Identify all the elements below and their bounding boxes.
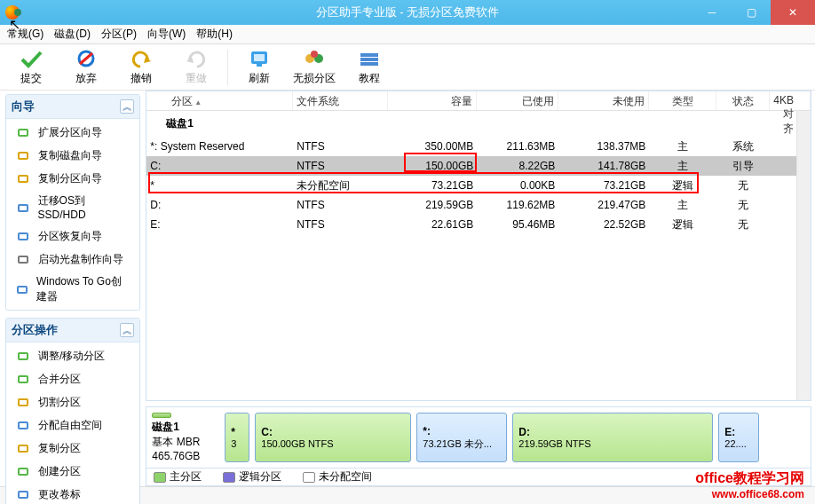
wizard-icon bbox=[15, 281, 29, 297]
redo-label: 重做 bbox=[186, 71, 207, 86]
lossless-button[interactable]: 无损分区 bbox=[287, 48, 342, 86]
diskmap-part-label: *: bbox=[423, 425, 501, 437]
wizard-item-label: 复制分区向导 bbox=[38, 171, 102, 186]
cell-fs: NTFS bbox=[293, 199, 388, 211]
cell-type: 逻辑 bbox=[649, 178, 716, 193]
menu-disk[interactable]: 磁盘(D) bbox=[54, 27, 91, 42]
diskmap-partition[interactable]: *3 bbox=[225, 413, 249, 462]
ops-item[interactable]: 分配自由空间 bbox=[6, 413, 139, 437]
table-row[interactable]: C: NTFS 150.00GB 8.22GB 141.78GB 主 引导 bbox=[146, 156, 811, 176]
diskmap-part-sub: 3 bbox=[231, 438, 243, 449]
col-type[interactable]: 类型 bbox=[649, 91, 716, 110]
svg-rect-10 bbox=[360, 53, 378, 57]
scrollbar[interactable] bbox=[796, 111, 811, 400]
table-row[interactable]: E: NTFS 22.61GB 95.46MB 22.52GB 逻辑 无 bbox=[146, 215, 811, 234]
wizard-item-label: 扩展分区向导 bbox=[38, 125, 102, 140]
collapse-button[interactable]: ︽ bbox=[120, 99, 134, 114]
wizard-item-label: 复制磁盘向导 bbox=[38, 148, 102, 163]
svg-rect-6 bbox=[257, 64, 262, 67]
col-free[interactable]: 未使用 bbox=[558, 91, 649, 110]
svg-rect-20 bbox=[20, 206, 27, 210]
cell-partition: E: bbox=[146, 218, 293, 231]
close-button[interactable]: ✕ bbox=[771, 0, 815, 25]
wizard-item[interactable]: 扩展分区向导 bbox=[6, 121, 139, 144]
wizard-item[interactable]: 启动光盘制作向导 bbox=[6, 248, 139, 271]
col-filesystem[interactable]: 文件系统 bbox=[293, 91, 388, 110]
tutorial-label: 教程 bbox=[359, 71, 380, 86]
lossless-icon bbox=[302, 48, 327, 69]
sidebar: 向导 ︽ 扩展分区向导复制磁盘向导复制分区向导迁移OS到SSD/HDD分区恢复向… bbox=[0, 91, 146, 486]
menu-partition[interactable]: 分区(P) bbox=[101, 27, 137, 42]
menu-general[interactable]: 常规(G) bbox=[7, 27, 44, 42]
redo-button[interactable]: 重做 bbox=[169, 48, 224, 86]
legend-primary-swatch bbox=[154, 472, 166, 483]
wizard-icon bbox=[15, 124, 31, 140]
ops-item[interactable]: 更改卷标 bbox=[6, 483, 139, 504]
cell-free: 73.21GB bbox=[558, 179, 649, 192]
diskmap-part-sub: 73.21GB 未分... bbox=[423, 437, 501, 451]
ops-item[interactable]: 调整/移动分区 bbox=[6, 344, 139, 367]
ops-icon bbox=[15, 417, 31, 433]
wizard-item[interactable]: 分区恢复向导 bbox=[6, 224, 139, 248]
menu-wizard[interactable]: 向导(W) bbox=[147, 27, 186, 42]
svg-rect-38 bbox=[20, 469, 27, 474]
col-state[interactable]: 状态 bbox=[716, 91, 770, 110]
disk-label[interactable]: 磁盘1 基本 MBR 465.76GB bbox=[152, 413, 219, 462]
wizard-title: 向导 bbox=[12, 98, 35, 114]
wizard-item[interactable]: 迁移OS到SSD/HDD bbox=[6, 190, 139, 224]
menubar: 常规(G) 磁盘(D) 分区(P) 向导(W) 帮助(H) bbox=[0, 25, 815, 44]
wizard-icon bbox=[15, 251, 31, 267]
wizard-item[interactable]: 复制分区向导 bbox=[6, 167, 139, 190]
col-partition[interactable]: 分区▲ bbox=[146, 91, 293, 110]
svg-rect-34 bbox=[20, 423, 27, 428]
discard-button[interactable]: 放弃 bbox=[59, 48, 114, 86]
col-used[interactable]: 已使用 bbox=[477, 91, 558, 110]
ops-item-label: 更改卷标 bbox=[38, 487, 81, 502]
diskmap-partition[interactable]: D:219.59GB NTFS bbox=[512, 413, 713, 462]
table-row[interactable]: *: System Reserved NTFS 350.00MB 211.63M… bbox=[146, 137, 811, 156]
tutorial-button[interactable]: 教程 bbox=[342, 48, 397, 86]
cell-cap: 73.21GB bbox=[388, 179, 477, 192]
refresh-button[interactable]: 刷新 bbox=[232, 48, 287, 86]
maximize-button[interactable]: ▢ bbox=[732, 0, 771, 25]
svg-rect-36 bbox=[20, 446, 27, 451]
legend-unalloc: 未分配空间 bbox=[319, 469, 372, 484]
svg-rect-12 bbox=[360, 62, 378, 66]
cell-state: 无 bbox=[716, 178, 770, 193]
wizard-item[interactable]: 复制磁盘向导 bbox=[6, 144, 139, 167]
cell-type: 主 bbox=[649, 139, 716, 154]
table-row[interactable]: * 未分配空间 73.21GB 0.00KB 73.21GB 逻辑 无 bbox=[146, 176, 811, 195]
ops-item[interactable]: 复制分区 bbox=[6, 437, 139, 460]
svg-line-1 bbox=[80, 53, 92, 64]
diskmap-part-label: D: bbox=[518, 426, 707, 438]
ops-item[interactable]: 切割分区 bbox=[6, 390, 139, 413]
diskmap-partition[interactable]: E:22.... bbox=[718, 413, 759, 462]
ops-item[interactable]: 创建分区 bbox=[6, 460, 139, 483]
discard-icon bbox=[74, 48, 99, 69]
ops-icon bbox=[15, 348, 31, 364]
wizard-item-label: 启动光盘制作向导 bbox=[38, 252, 123, 267]
ops-icon bbox=[15, 371, 31, 387]
wizard-item-label: Windows To Go创建器 bbox=[36, 274, 131, 304]
cell-type: 主 bbox=[649, 159, 716, 174]
wizard-item[interactable]: Windows To Go创建器 bbox=[6, 271, 139, 308]
cell-partition: D: bbox=[146, 199, 293, 211]
diskmap-partition[interactable]: *:73.21GB 未分... bbox=[416, 413, 507, 462]
cell-free: 141.78GB bbox=[558, 160, 649, 172]
cell-type: 逻辑 bbox=[649, 217, 716, 232]
ops-item[interactable]: 合并分区 bbox=[6, 367, 139, 390]
cell-used: 95.46MB bbox=[477, 218, 558, 231]
undo-label: 撤销 bbox=[131, 71, 152, 86]
collapse-button[interactable]: ︽ bbox=[120, 323, 134, 337]
col-capacity[interactable]: 容量 bbox=[388, 91, 477, 110]
check-icon bbox=[19, 48, 44, 69]
col-4k[interactable]: 4KB对齐 bbox=[770, 91, 811, 110]
diskmap-partition[interactable]: C:150.00GB NTFS bbox=[255, 413, 411, 462]
menu-help[interactable]: 帮助(H) bbox=[196, 27, 233, 42]
submit-button[interactable]: 提交 bbox=[4, 48, 59, 86]
table-row[interactable]: D: NTFS 219.59GB 119.62MB 219.47GB 主 无 是 bbox=[146, 195, 811, 215]
minimize-button[interactable]: ─ bbox=[692, 0, 732, 25]
undo-button[interactable]: 撤销 bbox=[114, 48, 169, 86]
disk-type: 基本 MBR bbox=[152, 435, 219, 450]
wizard-icon bbox=[15, 200, 31, 216]
